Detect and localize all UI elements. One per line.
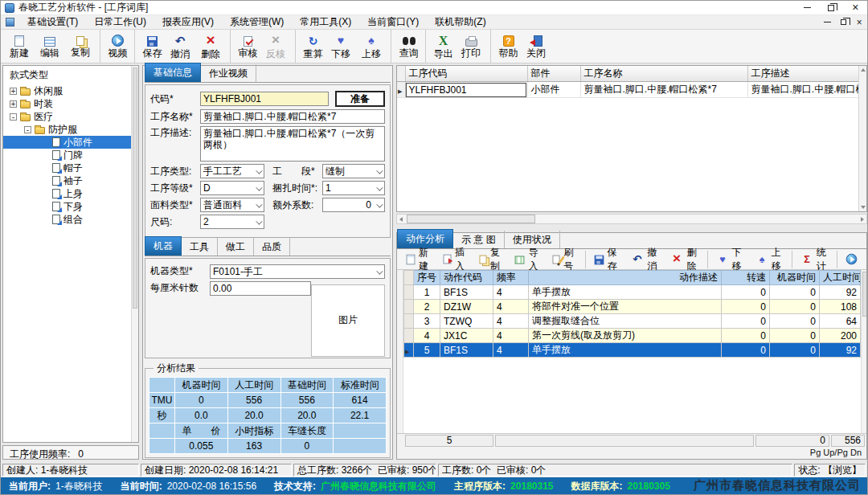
toolbar-button[interactable]: 删除 (195, 30, 226, 63)
labor-time-cell[interactable]: 92 (820, 343, 861, 358)
scrollbar-thumb[interactable] (133, 68, 137, 309)
fabric-type-select[interactable]: 普通面料 (200, 198, 264, 212)
frequency-cell[interactable]: 4 (493, 300, 529, 314)
column-header[interactable]: 工序描述 (747, 66, 860, 82)
machine-time-cell[interactable]: 0 (770, 300, 820, 314)
scroll-down-icon[interactable] (861, 206, 866, 209)
tab[interactable]: 作业视频 (201, 64, 256, 82)
toolbar-button[interactable]: 撤消 (165, 30, 195, 63)
scrollbar-thumb[interactable] (407, 215, 535, 223)
frequency-cell[interactable]: 4 (493, 343, 529, 358)
toolbar-button[interactable]: 帮助 (490, 30, 521, 63)
speed-cell[interactable]: 0 (722, 329, 770, 343)
action-code-cell[interactable]: BF1S (440, 343, 493, 358)
process-row[interactable]: YLFHFBJ001 小部件 剪量袖口.脚口.中腰.帽口松紧*7 剪量袖口.脚口… (397, 82, 860, 98)
action-row[interactable]: 5 BF1S 4 单手摆放 0 0 92 (404, 343, 861, 358)
process-name-input[interactable]: 剪量袖口.脚口.中腰.帽口松紧*7 (200, 109, 385, 124)
menu-item[interactable]: 报表应用(V) (154, 14, 222, 30)
mdi-minimize-button[interactable] (819, 15, 835, 29)
scrollbar-thumb[interactable] (862, 272, 866, 317)
mdi-restore-button[interactable] (835, 15, 851, 29)
toolbar-button[interactable]: 导出 (425, 30, 456, 63)
process-desc-cell[interactable]: 剪量袖口.脚口.中腰.帽口松紧*7（一次剪两根） (747, 82, 860, 98)
machine-time-cell[interactable]: 0 (770, 343, 820, 358)
action-desc-cell[interactable]: 单手摆放 (529, 343, 722, 358)
tree-item[interactable]: - 医疗 (3, 110, 138, 123)
menu-item[interactable]: 当前窗口(Y) (359, 14, 427, 30)
toolbar-button[interactable]: 重算 (295, 30, 326, 63)
close-button[interactable] (843, 1, 867, 14)
action-toolbar-button[interactable] (837, 251, 866, 268)
action-toolbar-button[interactable]: 导入 (509, 251, 547, 268)
action-toolbar-button[interactable]: 下移 (707, 251, 750, 268)
bundle-time-select[interactable]: 1 (322, 181, 385, 195)
speed-cell[interactable]: 0 (722, 300, 770, 314)
frequency-cell[interactable]: 4 (493, 285, 529, 300)
tab[interactable]: 机器 (145, 236, 182, 256)
tree-item[interactable]: 组合 (3, 213, 138, 226)
process-list-scrollbar[interactable] (858, 66, 866, 211)
machine-type-select[interactable]: F0101-手工 (210, 264, 385, 279)
part-cell[interactable]: 小部件 (527, 82, 580, 98)
toolbar-button[interactable]: 编辑 (35, 30, 65, 63)
action-column-header[interactable]: 序号 (414, 271, 440, 285)
toolbar-button[interactable]: 新建 (4, 30, 35, 63)
menu-item[interactable]: 日常工作(U) (86, 14, 154, 30)
tree-expander-icon[interactable]: - (24, 126, 31, 133)
toolbar-button[interactable]: 审核 (230, 30, 260, 63)
column-header[interactable]: 工序代码 (405, 66, 527, 82)
action-desc-cell[interactable]: 第一次剪线(取及放剪刀) (529, 329, 722, 343)
extra-factor-select[interactable]: 0 (322, 198, 385, 212)
speed-cell[interactable]: 0 (722, 285, 770, 300)
toolbar-button[interactable]: 关闭 (521, 30, 551, 63)
column-header[interactable]: 工序名称 (580, 66, 747, 82)
action-code-cell[interactable]: DZ1W (440, 300, 493, 314)
toolbar-button[interactable]: 下移 (326, 30, 356, 63)
prepare-button[interactable]: 准备 (335, 91, 385, 107)
action-code-cell[interactable]: TZWQ (440, 314, 493, 329)
toolbar-button[interactable]: 上移 (356, 30, 387, 63)
frequency-cell[interactable]: 4 (493, 329, 529, 343)
action-scrollbar[interactable] (861, 270, 866, 433)
machine-time-cell[interactable]: 0 (770, 314, 820, 329)
action-toolbar-button[interactable]: 插入 (437, 251, 473, 268)
action-code-cell[interactable]: JX1C (440, 329, 493, 343)
action-toolbar-button[interactable]: 新建 (400, 251, 437, 268)
speed-cell[interactable]: 0 (722, 314, 770, 329)
scroll-right-icon[interactable] (861, 217, 864, 222)
seq-cell[interactable]: 5 (414, 343, 440, 358)
tab[interactable]: 品质 (254, 238, 290, 256)
action-left-scrollbar[interactable] (397, 270, 403, 433)
process-desc-textarea[interactable]: 剪量袖口.脚口.中腰.帽口松紧*7（一次剪两根） (200, 126, 385, 162)
action-toolbar-button[interactable]: 保存 (585, 251, 626, 268)
code-input[interactable]: YLFHFBJ001 (200, 92, 329, 106)
tab[interactable]: 做工 (218, 238, 254, 256)
horizontal-scrollbar[interactable] (396, 214, 867, 224)
machine-time-cell[interactable]: 0 (770, 329, 820, 343)
tree-item[interactable]: 门牌 (3, 149, 138, 162)
action-column-header[interactable]: 动作描述 (529, 271, 722, 285)
seq-cell[interactable]: 2 (414, 300, 440, 314)
menu-item[interactable]: 系统管理(W) (222, 14, 292, 30)
minimize-button[interactable] (795, 1, 819, 14)
grade-select[interactable]: D (200, 181, 264, 195)
labor-time-cell[interactable]: 92 (820, 285, 861, 300)
tree-item[interactable]: + 时装 (3, 97, 138, 110)
tree-scrollbar[interactable] (131, 66, 138, 442)
action-row[interactable]: 3 TZWQ 4 调整握取缝合位 0 0 64 (404, 314, 861, 329)
tree-expander-icon[interactable]: - (10, 113, 17, 121)
action-toolbar-button[interactable]: 刷号 (547, 251, 582, 268)
tree-expander-icon[interactable]: + (10, 88, 17, 95)
menu-item[interactable]: 常用工具(X) (292, 14, 359, 30)
seq-cell[interactable]: 3 (414, 314, 440, 329)
action-toolbar-button[interactable]: 统计 (792, 251, 834, 268)
action-row[interactable]: 4 JX1C 4 第一次剪线(取及放剪刀) 0 0 200 (404, 329, 861, 343)
action-column-header[interactable]: 动作代码 (440, 271, 493, 285)
action-column-header[interactable]: 频率 (493, 271, 529, 285)
action-code-cell[interactable]: BF1S (440, 285, 493, 300)
action-row[interactable]: 2 DZ1W 4 将部件对准一个位置 0 0 108 (404, 300, 861, 314)
process-code-cell[interactable]: YLFHFBJ001 (405, 82, 527, 98)
toolbar-button[interactable]: 保存 (134, 30, 165, 63)
tree-item[interactable]: 小部件 (3, 136, 138, 149)
action-desc-cell[interactable]: 调整握取缝合位 (529, 314, 722, 329)
